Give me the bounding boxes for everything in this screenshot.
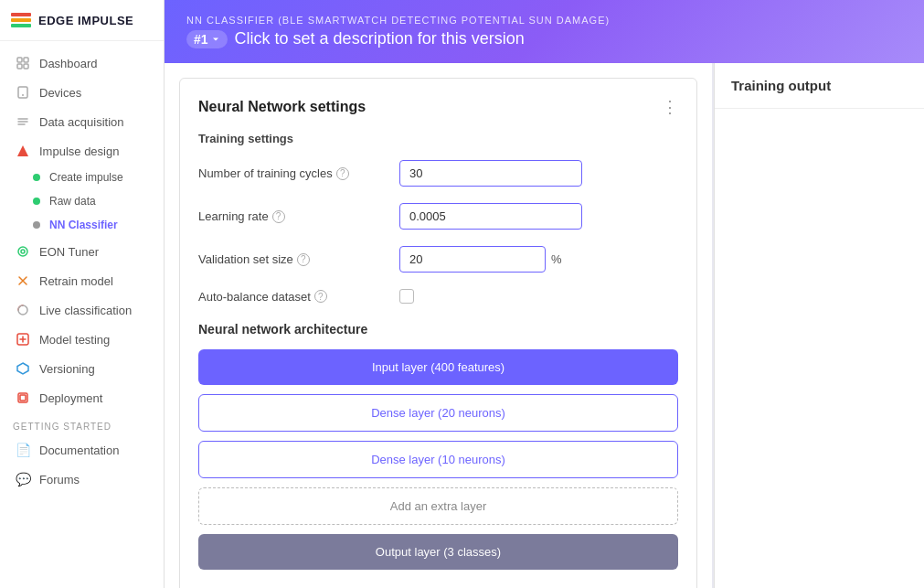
header-title-row: #1 Click to set a description for this v… bbox=[186, 29, 902, 48]
main-panel: Neural Network settings ⋮ Training setti… bbox=[165, 63, 712, 588]
sidebar-item-eon-tuner[interactable]: EON Tuner bbox=[0, 237, 164, 266]
logo-stripe-3 bbox=[11, 24, 31, 27]
sidebar-nav: Dashboard Devices Data acquisition Impul… bbox=[0, 41, 164, 588]
logo: EDGE IMPULSE bbox=[0, 0, 164, 41]
sidebar-item-nn-classifier-label: NN Classifier bbox=[49, 219, 118, 231]
card-title: Neural Network settings bbox=[198, 99, 366, 115]
data-acquisition-icon bbox=[16, 114, 30, 129]
sidebar-item-model-testing[interactable]: Model testing bbox=[0, 325, 164, 354]
svg-rect-3 bbox=[24, 64, 28, 69]
auto-balance-group: Auto-balance dataset ? bbox=[198, 289, 678, 304]
svg-rect-4 bbox=[18, 87, 27, 98]
page-subtitle: NN CLASSIFIER (BLE SMARTWATCH DETECTING … bbox=[186, 15, 902, 26]
sidebar-item-dashboard[interactable]: Dashboard bbox=[0, 48, 164, 78]
raw-data-dot bbox=[33, 198, 40, 205]
dashboard-icon bbox=[16, 56, 30, 70]
versioning-icon bbox=[16, 361, 30, 376]
learning-rate-input[interactable] bbox=[399, 203, 582, 230]
page-header: NN CLASSIFIER (BLE SMARTWATCH DETECTING … bbox=[165, 0, 924, 63]
description-placeholder[interactable]: Click to set a description for this vers… bbox=[235, 29, 525, 48]
training-cycles-label: Number of training cycles ? bbox=[198, 166, 399, 180]
card-header: Neural Network settings ⋮ bbox=[198, 97, 678, 117]
sidebar-item-devices-label: Devices bbox=[39, 86, 81, 100]
logo-icon bbox=[11, 13, 31, 27]
chevron-down-icon bbox=[211, 35, 220, 44]
validation-set-size-group: Validation set size ? % bbox=[198, 246, 678, 273]
sidebar-item-create-impulse[interactable]: Create impulse bbox=[0, 166, 164, 189]
forums-icon: 💬 bbox=[16, 472, 30, 486]
training-cycles-input[interactable] bbox=[399, 160, 582, 187]
sidebar-item-live-classification-label: Live classification bbox=[39, 304, 132, 317]
sidebar-item-deployment-label: Deployment bbox=[39, 391, 102, 405]
impulse-design-icon bbox=[16, 144, 30, 158]
sidebar-item-forums-label: Forums bbox=[39, 473, 80, 486]
sidebar: EDGE IMPULSE Dashboard Devices Data acqu… bbox=[0, 0, 165, 588]
percent-unit: % bbox=[551, 252, 562, 266]
create-impulse-dot bbox=[33, 174, 40, 181]
svg-marker-6 bbox=[17, 145, 28, 156]
validation-set-size-label: Validation set size ? bbox=[198, 252, 399, 266]
dense-layer-1-button[interactable]: Dense layer (20 neurons) bbox=[198, 394, 678, 432]
retrain-model-icon bbox=[16, 273, 30, 288]
sidebar-item-retrain-model[interactable]: Retrain model bbox=[0, 266, 164, 295]
svg-rect-13 bbox=[20, 395, 26, 401]
sidebar-item-deployment[interactable]: Deployment bbox=[0, 383, 164, 412]
sidebar-item-versioning[interactable]: Versioning bbox=[0, 354, 164, 383]
output-layer-button[interactable]: Output layer (3 classes) bbox=[198, 534, 678, 570]
sidebar-item-model-testing-label: Model testing bbox=[39, 333, 110, 347]
card-menu-button[interactable]: ⋮ bbox=[662, 97, 678, 117]
input-layer-button[interactable]: Input layer (400 features) bbox=[198, 349, 678, 385]
sidebar-item-dashboard-label: Dashboard bbox=[39, 57, 98, 70]
training-settings-title: Training settings bbox=[198, 132, 678, 145]
getting-started-title: GETTING STARTED bbox=[0, 412, 164, 435]
sidebar-item-impulse-design-label: Impulse design bbox=[39, 144, 119, 158]
dense-layer-2-button[interactable]: Dense layer (10 neurons) bbox=[198, 441, 678, 478]
documentation-icon: 📄 bbox=[16, 443, 30, 457]
sidebar-item-live-classification[interactable]: Live classification bbox=[0, 295, 164, 325]
validation-set-size-input-row: % bbox=[399, 246, 562, 273]
sidebar-item-documentation-label: Documentation bbox=[39, 444, 119, 457]
auto-balance-help-icon[interactable]: ? bbox=[314, 290, 327, 303]
sidebar-item-raw-data[interactable]: Raw data bbox=[0, 189, 164, 213]
training-cycles-group: Number of training cycles ? bbox=[198, 160, 678, 187]
training-cycles-help-icon[interactable]: ? bbox=[336, 167, 349, 180]
right-panel: Training output bbox=[714, 63, 924, 588]
version-number: #1 bbox=[194, 32, 208, 47]
svg-rect-1 bbox=[24, 58, 28, 62]
devices-icon bbox=[16, 85, 30, 100]
svg-point-8 bbox=[21, 250, 25, 253]
validation-set-size-help-icon[interactable]: ? bbox=[297, 253, 310, 266]
sidebar-item-raw-data-label: Raw data bbox=[49, 195, 96, 208]
nn-settings-card: Neural Network settings ⋮ Training setti… bbox=[179, 78, 697, 588]
logo-text: EDGE IMPULSE bbox=[38, 14, 133, 27]
sidebar-item-eon-tuner-label: EON Tuner bbox=[39, 245, 99, 259]
auto-balance-label: Auto-balance dataset ? bbox=[198, 290, 399, 304]
nn-classifier-dot bbox=[33, 221, 40, 229]
logo-stripe-1 bbox=[11, 13, 31, 16]
validation-set-size-input[interactable] bbox=[399, 246, 546, 273]
deployment-icon bbox=[16, 390, 30, 405]
svg-rect-0 bbox=[17, 58, 22, 62]
svg-rect-2 bbox=[17, 64, 22, 69]
sidebar-item-data-acquisition-label: Data acquisition bbox=[39, 115, 124, 129]
svg-point-5 bbox=[22, 94, 24, 96]
content-area: Neural Network settings ⋮ Training setti… bbox=[165, 63, 924, 588]
svg-point-9 bbox=[18, 305, 27, 315]
auto-balance-checkbox[interactable] bbox=[399, 289, 414, 304]
sidebar-item-impulse-design[interactable]: Impulse design bbox=[0, 136, 164, 166]
version-badge[interactable]: #1 bbox=[186, 30, 228, 48]
sidebar-item-create-impulse-label: Create impulse bbox=[49, 171, 123, 184]
svg-point-7 bbox=[18, 247, 27, 256]
model-testing-icon bbox=[16, 332, 30, 347]
sidebar-item-devices[interactable]: Devices bbox=[0, 78, 164, 107]
svg-marker-11 bbox=[17, 363, 28, 374]
sidebar-item-retrain-model-label: Retrain model bbox=[39, 274, 113, 288]
sidebar-item-forums[interactable]: 💬 Forums bbox=[0, 465, 164, 494]
add-layer-button[interactable]: Add an extra layer bbox=[198, 487, 678, 525]
sidebar-item-documentation[interactable]: 📄 Documentation bbox=[0, 435, 164, 465]
live-classification-icon bbox=[16, 303, 30, 317]
architecture-title: Neural network architecture bbox=[198, 322, 678, 337]
sidebar-item-nn-classifier[interactable]: NN Classifier bbox=[0, 213, 164, 237]
sidebar-item-data-acquisition[interactable]: Data acquisition bbox=[0, 107, 164, 136]
learning-rate-help-icon[interactable]: ? bbox=[272, 210, 285, 223]
